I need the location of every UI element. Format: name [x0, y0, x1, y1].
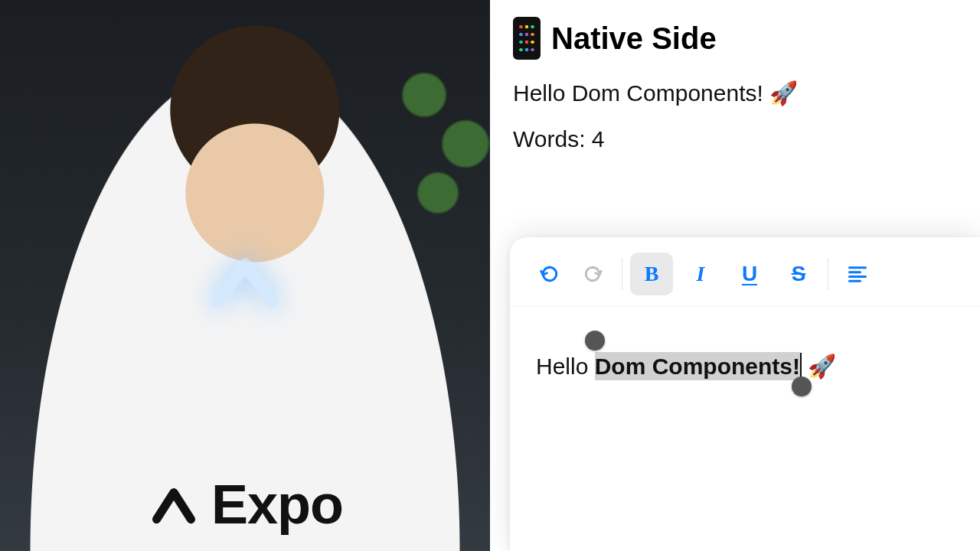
word-count-row: Words: 4	[513, 126, 957, 152]
align-left-icon	[847, 263, 868, 285]
undo-icon	[538, 262, 561, 285]
redo-button[interactable]	[571, 253, 614, 295]
background-plant	[383, 46, 490, 291]
greeting-text: Hello Dom Components! 🚀	[513, 80, 957, 106]
editor-content[interactable]: Hello Dom Components! 🚀	[510, 307, 980, 380]
toolbar-separator	[828, 258, 828, 290]
rich-text-editor: B I U S	[510, 237, 980, 551]
word-count-label: Words:	[513, 126, 585, 152]
editor-text-prefix: Hello	[536, 354, 595, 379]
editor-text-selection: Dom Components!	[595, 352, 800, 380]
toolbar-separator	[622, 258, 622, 290]
expo-chevron-icon	[199, 237, 291, 329]
text-caret	[800, 353, 802, 379]
undo-button[interactable]	[528, 253, 571, 295]
strikethrough-button[interactable]: S	[777, 253, 820, 295]
phone-icon	[513, 17, 541, 60]
app-stage: Expo Native Side Hello Dom Components! 🚀…	[0, 0, 980, 551]
underline-button[interactable]: U	[728, 253, 771, 295]
selection-handle-end[interactable]	[792, 377, 812, 396]
redo-icon	[581, 262, 604, 285]
editor-toolbar: B I U S	[510, 245, 980, 307]
shirt-brand-text: Expo	[211, 473, 343, 536]
shirt-logo: Expo	[147, 473, 343, 536]
rocket-emoji: 🚀	[808, 354, 836, 379]
native-title-row: Native Side	[513, 17, 957, 60]
align-button[interactable]	[836, 253, 879, 295]
italic-icon: I	[697, 262, 705, 286]
underline-icon: U	[742, 262, 757, 286]
expo-logo-icon	[147, 478, 201, 531]
bold-button[interactable]: B	[630, 253, 673, 295]
page-title: Native Side	[551, 21, 717, 56]
italic-button[interactable]: I	[679, 253, 722, 295]
word-count-value: 4	[592, 126, 605, 152]
bold-icon: B	[645, 262, 659, 286]
presenter-webcam: Expo	[0, 0, 490, 551]
selection-handle-start[interactable]	[585, 331, 605, 350]
strikethrough-icon: S	[792, 262, 806, 286]
app-panel: Native Side Hello Dom Components! 🚀 Word…	[490, 0, 980, 551]
